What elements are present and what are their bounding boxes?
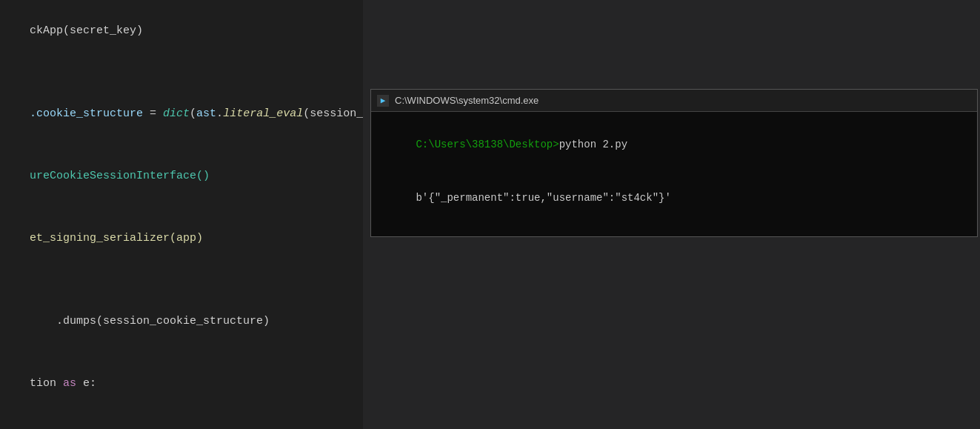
cmd-icon: ▶: [377, 95, 389, 107]
cmd-window[interactable]: ▶ C:\WINDOWS\system32\cmd.exe C:\Users\3…: [370, 89, 978, 237]
code-text: (: [190, 107, 196, 120]
code-line-4: ureCookieSessionInterface(): [0, 145, 363, 207]
cmd-body: C:\Users\38138\Desktop>python 2.py b'{"_…: [371, 112, 977, 236]
code-text: .dumps(session_cookie_structure): [30, 315, 270, 327]
code-line-2: [0, 62, 363, 83]
cmd-command: python 2.py: [559, 139, 627, 150]
cmd-titlebar: ▶ C:\WINDOWS\system32\cmd.exe: [371, 90, 977, 112]
code-line-7: .dumps(session_cookie_structure): [0, 290, 363, 353]
cmd-line-3: [379, 225, 970, 236]
code-line-9: [Encoding error] "{}".format(e): [0, 415, 363, 429]
code-text: .: [216, 107, 223, 120]
code-line-6: [0, 270, 363, 290]
code-line-3: .cookie_structure = dict(ast.literal_eva…: [0, 83, 363, 145]
code-text: ast: [196, 107, 216, 120]
code-text: as: [63, 377, 76, 390]
code-text: e:: [76, 377, 96, 390]
code-text: dict: [163, 107, 190, 120]
code-text: tion: [30, 377, 63, 390]
code-text: =: [143, 107, 163, 120]
cmd-path-text: C:\Users\38138\Desktop>: [416, 139, 559, 150]
code-text: ckApp(secret_key): [30, 24, 143, 37]
code-editor: ckApp(secret_key) .cookie_structure = di…: [0, 0, 363, 429]
code-text: literal_eval: [223, 107, 303, 120]
code-line-8: tion as e:: [0, 353, 363, 415]
code-text: (session_cookie_structure)): [303, 107, 363, 120]
cmd-title: C:\WINDOWS\system32\cmd.exe: [395, 95, 539, 106]
code-line-5: et_signing_serializer(app): [0, 207, 363, 270]
cmd-line-2: b'{"_permanent":true,"username":"st4ck"}…: [379, 171, 970, 225]
code-line-1: ckApp(secret_key): [0, 0, 363, 62]
cmd-line-1: C:\Users\38138\Desktop>python 2.py: [379, 118, 970, 171]
cmd-output: b'{"_permanent":true,"username":"st4ck"}…: [416, 192, 670, 204]
code-text: ureCookieSessionInterface(): [30, 170, 210, 182]
code-text: .cookie_structure: [30, 107, 143, 120]
code-text: et_signing_serializer(app): [30, 232, 203, 245]
